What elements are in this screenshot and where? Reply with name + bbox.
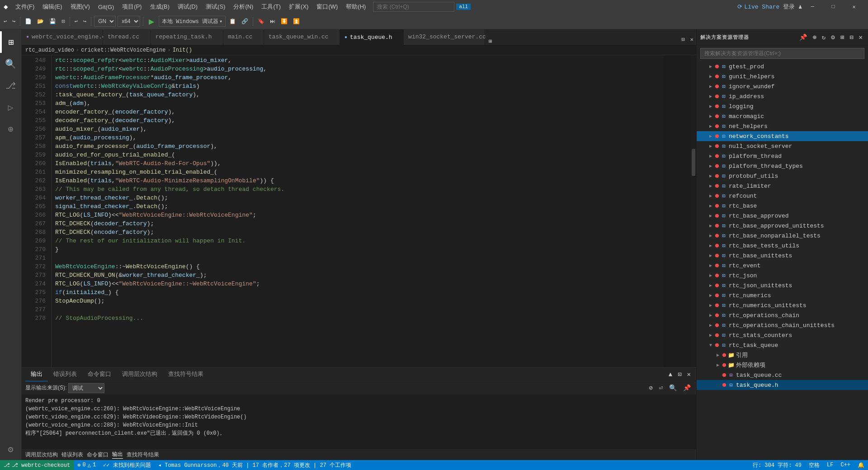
menu-debug[interactable]: 调试(D) (174, 0, 201, 14)
close-button[interactable]: ✕ (844, 0, 864, 14)
menu-build[interactable]: 生成(B) (146, 0, 173, 14)
search-scope-badge[interactable]: all (456, 4, 471, 10)
sidebar-pin-btn[interactable]: 📌 (797, 33, 809, 42)
bottom-link-findsymbol[interactable]: 查找符号结果 (127, 451, 159, 459)
toolbar-forward-btn[interactable]: ↪ (10, 17, 17, 26)
run-button[interactable]: ▶ (146, 16, 157, 27)
tree-item-rtc_base_nonparallel_tests[interactable]: ▶⊡rtc_base_nonparallel_tests (697, 231, 868, 241)
menu-git[interactable]: Git(G) (94, 0, 118, 14)
tree-item-rtc_json_unittests[interactable]: ▶⊡rtc_json_unittests (697, 280, 868, 290)
tree-item-rtc_stats_counters[interactable]: ▶⊡rtc_stats_counters (697, 330, 868, 340)
toolbar-new-btn[interactable]: 📄 (23, 17, 33, 26)
toolbar-back-btn[interactable]: ↩ (2, 17, 9, 26)
tree-item-rtc_base[interactable]: ▶⊡rtc_base (697, 201, 868, 211)
tree-item-rtc_base_unittests[interactable]: ▶⊡rtc_base_unittests (697, 251, 868, 261)
tree-item-logging[interactable]: ▶⊡logging (697, 101, 868, 111)
menu-file[interactable]: 文件(F) (12, 0, 38, 14)
tree-item-rtc_numerics_unittests[interactable]: ▶⊡rtc_numerics_unittests (697, 300, 868, 310)
global-search-input[interactable] (373, 2, 454, 12)
output-pin-btn[interactable]: 📌 (681, 383, 693, 393)
toolbar-debug-btn[interactable]: 📋 (227, 17, 238, 26)
tree-item-protobuf_utils[interactable]: ▶⊡protobuf_utils (697, 171, 868, 181)
menu-extensions[interactable]: 扩展(X) (285, 0, 312, 14)
toolbar-step-over-btn[interactable]: ⏭ (268, 17, 277, 26)
toolbar-step-in-btn[interactable]: ⏬ (279, 17, 289, 26)
toolbar-save-all-btn[interactable]: ⊡ (60, 17, 66, 26)
bottom-link-command[interactable]: 命令窗口 (87, 451, 108, 459)
tree-item-net_helpers[interactable]: ▶⊡net_helpers (697, 121, 868, 131)
tree-item-rtc_operations_chain_unittests[interactable]: ▶⊡rtc_operations_chain_unittests (697, 320, 868, 330)
tab-thread[interactable]: thread.cc ✕ (103, 29, 151, 45)
editor-vertical-scrollbar[interactable] (691, 55, 696, 367)
tree-item-rtc_numerics[interactable]: ▶⊡rtc_numerics (697, 290, 868, 300)
tree-item-task_queue.cc[interactable]: ⊞task_queue.cc (697, 370, 868, 380)
minimize-button[interactable]: — (802, 0, 823, 14)
output-source-select[interactable]: 调试 (68, 383, 104, 393)
tree-item-gtest_prod[interactable]: ▶⊡gtest_prod (697, 62, 868, 71)
tree-item-platform_thread_types[interactable]: ▶⊡platform_thread_types (697, 161, 868, 171)
tree-item-rtc_base_approved[interactable]: ▶⊡rtc_base_approved (697, 211, 868, 221)
output-clear-btn[interactable]: ⊘ (647, 383, 654, 393)
output-wrap-btn[interactable]: ⏎ (657, 383, 665, 393)
tree-item-rtc_base_tests_utils[interactable]: ▶⊡rtc_base_tests_utils (697, 241, 868, 251)
sidebar-search-input[interactable] (700, 48, 864, 59)
bottom-link-callhierarchy[interactable]: 调用层次结构 (25, 451, 58, 459)
tree-item-macromagic[interactable]: ▶⊡macromagic (697, 111, 868, 121)
panel-tab-command[interactable]: 命令窗口 (82, 368, 117, 381)
toolbar-undo-btn[interactable]: ↩ (73, 17, 80, 26)
toolbar-step-out-btn[interactable]: ⏫ (291, 17, 302, 26)
build-config-dropdown[interactable]: GN (94, 16, 116, 27)
platform-dropdown[interactable]: x64 (118, 16, 140, 27)
panel-dock-btn[interactable]: ⊡ (676, 370, 683, 379)
breadcrumb-file[interactable]: rtc_audio_video (25, 47, 74, 53)
tree-item-rtc_operations_chain[interactable]: ▶⊡rtc_operations_chain (697, 310, 868, 320)
tab-win32-socket[interactable]: win32_socket_server.cc ✕ (404, 29, 485, 45)
activity-settings[interactable]: ⚙ (0, 438, 22, 460)
language-status[interactable]: C++ (837, 462, 854, 468)
panel-up-btn[interactable]: ▲ (667, 370, 674, 379)
git-branch-status[interactable]: ⎇ ⎇ webrtc-checkout (0, 460, 74, 470)
toolbar-bookmark-btn[interactable]: 🔖 (256, 17, 266, 26)
indentation-status[interactable]: 空格 (805, 461, 823, 469)
panel-tab-output[interactable]: 输出 (25, 368, 48, 381)
sidebar-refresh-btn[interactable]: ↻ (820, 33, 827, 42)
tree-item-refcount[interactable]: ▶⊡refcount (697, 191, 868, 201)
activity-git[interactable]: ⎇ (0, 75, 22, 96)
tab-task-queue-win[interactable]: task_queue_win.cc ✕ (264, 29, 340, 45)
panel-close-btn[interactable]: ✕ (685, 370, 693, 379)
breadcrumb-method[interactable]: Init() (173, 47, 192, 53)
activity-search[interactable]: 🔍 (0, 53, 22, 75)
tab-main[interactable]: main.cc ✕ (223, 29, 264, 45)
tree-item-rate_limiter[interactable]: ▶⊡rate_limiter (697, 181, 868, 191)
tab-task-queue-h[interactable]: ● task_queue.h ✕ (340, 29, 404, 45)
sidebar-nav-btn[interactable]: ⊞ (839, 33, 846, 42)
line-col-status[interactable]: 行: 304 字符: 49 (749, 461, 805, 469)
tree-item-引用[interactable]: ▶📁引用 (697, 350, 868, 360)
sidebar-add-btn[interactable]: ⊕ (811, 33, 818, 42)
notification-btn[interactable]: 🔔 (854, 462, 868, 469)
activity-explorer[interactable]: ⊞ (0, 31, 22, 53)
breadcrumb-class[interactable]: cricket::WebRtcVoiceEngine (81, 47, 165, 53)
panel-tab-findsymbol[interactable]: 查找符号结果 (163, 368, 209, 381)
line-ending-status[interactable]: LF (823, 462, 837, 468)
no-problems-status[interactable]: ✓ ✓ 未找到相关问题 (99, 460, 155, 470)
close-editors-btn[interactable]: ✕ (688, 34, 696, 45)
maximize-button[interactable]: □ (823, 0, 844, 14)
menu-window[interactable]: 窗口(W) (313, 0, 341, 14)
tree-item-task_queue.h[interactable]: ⊟task_queue.h (697, 380, 868, 390)
menu-view[interactable]: 视图(V) (67, 0, 94, 14)
toolbar-redo-btn[interactable]: ↪ (81, 17, 88, 26)
git-blame-status[interactable]: ◂ Tomas Gunnarsson，40 天前 | 17 名作者，27 项更改… (155, 460, 355, 470)
error-status[interactable]: ⊗ 0 △ 1 (74, 462, 99, 469)
sidebar-close-btn[interactable]: ✕ (857, 33, 864, 42)
tree-item-rtc_base_approved_unittests[interactable]: ▶⊡rtc_base_approved_unittests (697, 221, 868, 231)
tree-item-ignore_wundef[interactable]: ▶⊡ignore_wundef (697, 81, 868, 91)
debug-config-dropdown[interactable]: 本地 Windows 调试器 ▾ (159, 16, 226, 27)
tree-item-rtc_task_queue[interactable]: ▼⊡rtc_task_queue (697, 340, 868, 350)
tree-item-null_socket_server[interactable]: ▶⊡null_socket_server (697, 141, 868, 151)
menu-edit[interactable]: 编辑(E) (39, 0, 66, 14)
bottom-link-errors[interactable]: 错误列表 (61, 451, 83, 459)
menu-tools[interactable]: 工具(T) (258, 0, 284, 14)
menu-test[interactable]: 测试(S) (202, 0, 229, 14)
tree-item-ip_address[interactable]: ▶⊡ip_address (697, 91, 868, 101)
